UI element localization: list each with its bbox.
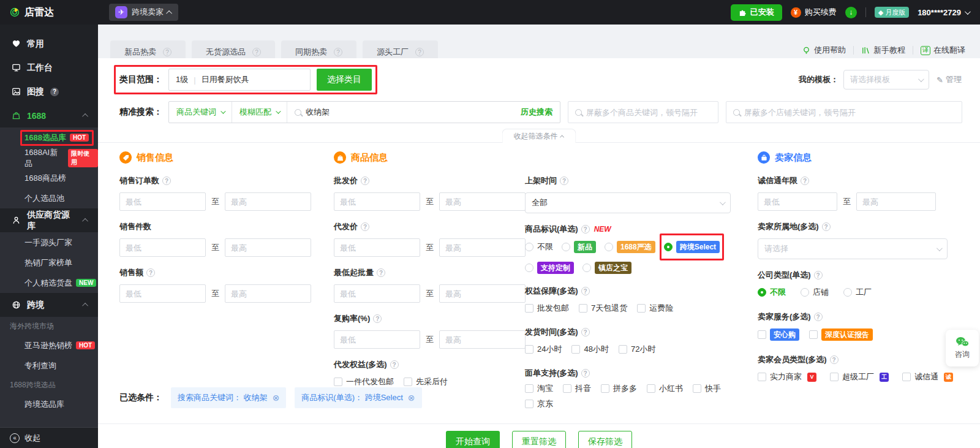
help-icon[interactable] bbox=[581, 369, 590, 378]
consult-widget[interactable]: 咨询 bbox=[946, 330, 979, 366]
checkbox-xiaohongshu[interactable]: 小红书 bbox=[647, 383, 683, 394]
checkbox-super-factory[interactable]: 超级工厂工 bbox=[830, 371, 889, 382]
radio-company-unlimited[interactable]: 不限 bbox=[758, 287, 786, 298]
block-shop-keywords-field[interactable] bbox=[726, 101, 962, 123]
installed-button[interactable]: 已安装 bbox=[731, 4, 782, 21]
help-icon[interactable] bbox=[581, 287, 590, 295]
checkbox-freight-insurance[interactable]: 运费险 bbox=[637, 303, 673, 314]
max-input[interactable] bbox=[856, 192, 936, 211]
sidebar-group-1688[interactable]: 1688 bbox=[0, 104, 98, 127]
checkbox-wholesale-free-ship[interactable]: 批发包邮 bbox=[525, 303, 569, 314]
seller-location-select[interactable]: 请选择 bbox=[758, 238, 948, 259]
sidebar-item-1688-ranking[interactable]: 1688商品榜 bbox=[0, 168, 98, 188]
sidebar-collapse-button[interactable]: « 收起 bbox=[0, 427, 98, 448]
help-icon[interactable] bbox=[252, 48, 261, 56]
min-input[interactable] bbox=[119, 284, 206, 303]
close-icon[interactable]: ⊗ bbox=[273, 393, 280, 402]
checkbox-anxingou[interactable]: 安心购 bbox=[758, 328, 799, 341]
selected-tag-keyword[interactable]: 搜索商品关键词： 收纳架 ⊗ bbox=[171, 387, 286, 408]
template-select[interactable]: 请选择模板 bbox=[843, 70, 929, 89]
translate-link[interactable]: 译 在线翻译 bbox=[921, 45, 965, 56]
collapse-filters-tab[interactable]: 收起筛选条件 bbox=[502, 129, 576, 143]
max-input[interactable] bbox=[439, 192, 526, 211]
block-product-keywords-input[interactable] bbox=[586, 108, 711, 117]
persona-switch-button[interactable]: ✈ 跨境卖家 bbox=[109, 4, 178, 21]
sidebar-item-personal-selection[interactable]: 个人精选货盘 NEW bbox=[0, 273, 98, 293]
close-icon[interactable]: ⊗ bbox=[408, 393, 415, 402]
checkbox-pinduoduo[interactable]: 拼多多 bbox=[601, 383, 637, 394]
help-icon[interactable]: ? bbox=[50, 88, 59, 96]
checkbox-7day-return[interactable]: 7天包退货 bbox=[579, 303, 627, 314]
max-input[interactable] bbox=[439, 284, 526, 303]
help-icon[interactable] bbox=[146, 268, 155, 277]
radio-tag-1688-yanxuan[interactable]: 1688严选 bbox=[605, 241, 655, 253]
checkbox-deep-cert-report[interactable]: 深度认证报告 bbox=[809, 328, 873, 341]
min-input[interactable] bbox=[119, 192, 206, 211]
block-product-keywords-field[interactable] bbox=[568, 101, 718, 123]
checkbox-douyin[interactable]: 抖音 bbox=[563, 383, 591, 394]
sidebar-item-1688-ai-new[interactable]: 1688AI新品 限时使用 bbox=[0, 148, 98, 168]
help-icon[interactable] bbox=[415, 48, 424, 56]
help-icon[interactable] bbox=[361, 222, 369, 231]
renew-button[interactable]: ¥ 购买续费 bbox=[791, 7, 837, 18]
help-icon[interactable] bbox=[163, 48, 172, 56]
sidebar-item-patent-search[interactable]: 专利查询 bbox=[0, 355, 98, 376]
min-input[interactable] bbox=[758, 192, 837, 211]
checkbox-24h[interactable]: 24小时 bbox=[525, 344, 562, 355]
sidebar-item-crossborder-pool[interactable]: 跨境选品库 bbox=[0, 394, 98, 414]
checkbox-free-shipping-dropship[interactable]: 一件代发包邮 bbox=[334, 376, 394, 387]
help-icon[interactable] bbox=[581, 225, 590, 233]
reset-filters-button[interactable]: 重置筛选 bbox=[512, 431, 566, 448]
help-icon[interactable] bbox=[377, 268, 385, 277]
keyword-input[interactable] bbox=[306, 108, 516, 117]
help-icon[interactable] bbox=[814, 271, 823, 279]
max-input[interactable] bbox=[225, 238, 311, 257]
max-input[interactable] bbox=[225, 192, 311, 211]
help-icon[interactable] bbox=[814, 313, 823, 321]
match-mode-dropdown[interactable]: 模糊匹配 bbox=[232, 102, 287, 123]
help-icon[interactable] bbox=[373, 314, 382, 323]
save-filters-button[interactable]: 保存筛选 bbox=[578, 431, 632, 448]
checkbox-jingdong[interactable]: 京东 bbox=[525, 398, 742, 409]
sidebar-item-1688-xuanpinku[interactable]: 1688选品库 HOT bbox=[0, 127, 98, 148]
sidebar-item-amazon-rank[interactable]: 亚马逊热销榜 HOT bbox=[0, 335, 98, 355]
checkbox-chengxintong[interactable]: 诚信通诚 bbox=[902, 371, 953, 382]
help-icon[interactable] bbox=[581, 328, 590, 336]
radio-company-shop[interactable]: 店铺 bbox=[801, 287, 829, 298]
help-icon[interactable] bbox=[822, 222, 831, 231]
help-icon[interactable] bbox=[390, 360, 399, 369]
max-input[interactable] bbox=[439, 238, 526, 257]
block-shop-keywords-input[interactable] bbox=[744, 108, 955, 117]
sidebar-item-hot-factory-rank[interactable]: 热销厂家榜单 bbox=[0, 252, 98, 273]
download-icon[interactable]: ↓ bbox=[845, 7, 857, 18]
help-icon[interactable] bbox=[560, 177, 568, 185]
min-input[interactable] bbox=[334, 238, 420, 257]
help-icon[interactable] bbox=[801, 177, 809, 185]
checkbox-48h[interactable]: 48小时 bbox=[571, 344, 608, 355]
radio-tag-new-product[interactable]: 新品 bbox=[562, 241, 596, 253]
selected-tag-product-tag[interactable]: 商品标识(单选)： 跨境Select ⊗ bbox=[295, 387, 421, 408]
tutorial-link[interactable]: 新手教程 bbox=[861, 45, 905, 56]
help-icon[interactable] bbox=[162, 177, 171, 185]
sidebar-item-personal-pool[interactable]: 个人选品池 bbox=[0, 188, 98, 208]
manage-templates-link[interactable]: ✎ 管理 bbox=[937, 74, 962, 85]
help-icon[interactable] bbox=[334, 48, 342, 56]
checkbox-kuaishou[interactable]: 快手 bbox=[693, 383, 721, 394]
app-logo[interactable]: 店雷达 bbox=[0, 6, 98, 19]
sidebar-item-source-factory[interactable]: 一手源头厂家 bbox=[0, 232, 98, 252]
radio-tag-kuajing-select[interactable]: 跨境Select bbox=[664, 241, 720, 253]
start-query-button[interactable]: 开始查询 bbox=[446, 431, 500, 448]
help-icon[interactable] bbox=[361, 177, 369, 185]
shelf-time-select[interactable]: 全部 bbox=[525, 192, 731, 213]
category-input[interactable]: 1级 | 日用餐厨饮具 bbox=[168, 69, 311, 91]
sidebar-item-image-search[interactable]: 图搜 ? bbox=[0, 80, 98, 104]
sidebar-group-supplier[interactable]: 供应商货源库 bbox=[0, 208, 98, 232]
choose-category-button[interactable]: 选择类目 bbox=[317, 69, 372, 91]
radio-tag-store-treasure[interactable]: 镇店之宝 bbox=[582, 262, 631, 274]
sidebar-group-crossborder[interactable]: 跨境 bbox=[0, 293, 98, 317]
checkbox-buy-later[interactable]: 先采后付 bbox=[404, 376, 448, 387]
min-input[interactable] bbox=[334, 330, 420, 349]
checkbox-taobao[interactable]: 淘宝 bbox=[525, 383, 553, 394]
history-search-link[interactable]: 历史搜索 bbox=[521, 107, 552, 118]
min-input[interactable] bbox=[119, 238, 206, 257]
